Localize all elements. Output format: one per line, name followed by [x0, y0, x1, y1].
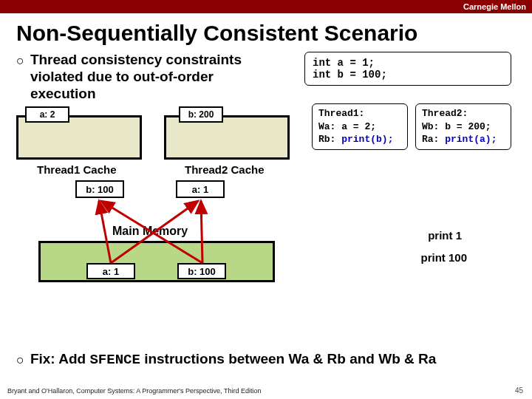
- thread2-name: Thread2:: [422, 107, 505, 120]
- mem-block: [38, 241, 275, 282]
- thread1-name: Thread1:: [318, 107, 401, 120]
- bullet-fix-text: Fix: Add SFENCE instructions between Wa …: [30, 351, 436, 369]
- mem-b: b: 100: [177, 263, 226, 279]
- thread1-box: Thread1: Wa: a = 2; Rb: print(b);: [312, 103, 408, 150]
- init-line1: int a = 1;: [313, 57, 503, 69]
- page-number: 45: [515, 386, 523, 395]
- brand-bar: Carnegie Mellon: [0, 0, 532, 13]
- cache1-label: Thread1 Cache: [37, 163, 117, 176]
- mem-a: a: 1: [86, 263, 135, 279]
- mem-label: Main Memory: [112, 225, 188, 238]
- print-1: print 1: [428, 229, 462, 242]
- thread1-rb: Rb: print(b);: [318, 133, 401, 146]
- thread1-wa: Wa: a = 2;: [318, 120, 401, 134]
- slide-title: Non-Sequentially Consistent Scenario: [0, 13, 532, 52]
- thread2-ra: Ra: print(a);: [422, 133, 505, 146]
- bullet-fix: Fix: Add SFENCE instructions between Wa …: [16, 351, 516, 369]
- cache2-value: a: 1: [176, 180, 225, 198]
- bullet-violation-text: Thread consistency constraints violated …: [30, 52, 252, 102]
- reg-a: a: 2: [25, 106, 69, 123]
- cache2-label: Thread2 Cache: [185, 163, 265, 176]
- brand-text: Carnegie Mellon: [463, 2, 526, 11]
- cache1-value: b: 100: [75, 180, 124, 198]
- init-line2: int b = 100;: [313, 69, 503, 81]
- footer-credits: Bryant and O'Hallaron, Computer Systems:…: [7, 387, 261, 395]
- thread2-box: Thread2: Wb: b = 200; Ra: print(a);: [415, 103, 511, 150]
- init-code-box: int a = 1; int b = 100;: [304, 52, 511, 86]
- thread2-wb: Wb: b = 200;: [422, 120, 505, 134]
- print-100: print 100: [420, 251, 467, 264]
- reg-b: b: 200: [179, 106, 223, 123]
